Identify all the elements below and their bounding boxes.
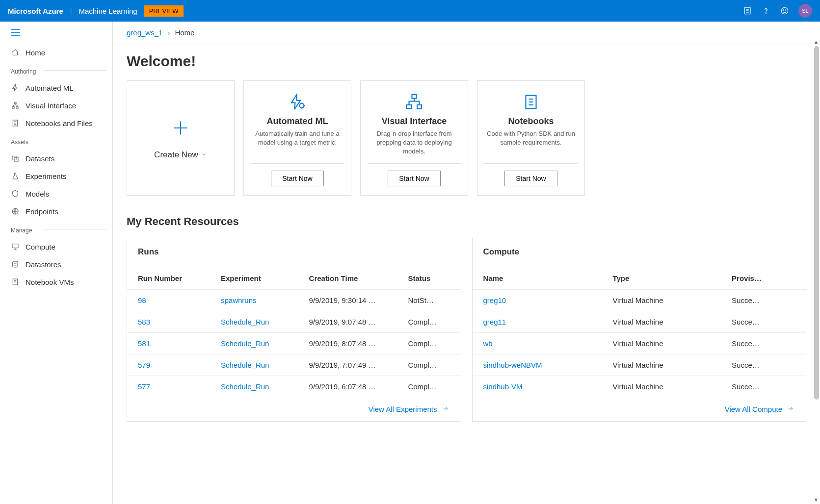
run-status: Compl… — [397, 354, 460, 376]
compute-type: Virtual Machine — [602, 289, 721, 311]
table-row: greg11Virtual MachineSucce… — [473, 311, 806, 332]
compute-col-type[interactable]: Type — [602, 266, 721, 290]
main: greg_ws_1 › Home Welcome! Create New — [113, 22, 820, 504]
card-desc: Drag-n-drop interface from prepping data… — [368, 129, 461, 156]
run-number-link[interactable]: 579 — [138, 361, 150, 369]
chevron-right-icon: › — [167, 28, 170, 37]
topbar: Microsoft Azure | Machine Learning PREVI… — [0, 0, 820, 22]
sidebar-item-datastores[interactable]: Datastores — [0, 255, 112, 273]
notebook-icon — [11, 119, 20, 127]
datastores-icon — [11, 260, 20, 269]
sidebar-item-label: Experiments — [26, 172, 66, 180]
table-row: 579Schedule_Run9/9/2019, 7:07:49 …Compl… — [127, 354, 461, 376]
sidebar-item-experiments[interactable]: Experiments — [0, 167, 112, 185]
sidebar-item-home[interactable]: Home — [0, 44, 112, 61]
notebooks-card: Notebooks Code with Python SDK and run s… — [477, 80, 585, 196]
visual-icon — [405, 92, 423, 112]
experiment-link[interactable]: spawnruns — [221, 296, 257, 304]
view-all-experiments-link[interactable]: View All Experiments — [369, 405, 450, 413]
sidebar-item-label: Datasets — [26, 154, 54, 163]
hamburger-icon[interactable] — [0, 28, 112, 44]
chevron-down-icon — [201, 150, 207, 160]
sidebar-item-models[interactable]: Models — [0, 185, 112, 202]
run-number-link[interactable]: 583 — [138, 318, 150, 326]
compute-col-prov[interactable]: Provis… — [721, 266, 806, 290]
page-title: Welcome! — [127, 53, 806, 70]
compute-name-link[interactable]: sindhub-VM — [483, 382, 523, 391]
compute-col-name[interactable]: Name — [473, 266, 602, 290]
scroll-down-icon[interactable]: ▼ — [813, 497, 819, 503]
directory-icon[interactable] — [742, 6, 752, 16]
visual-start-button[interactable]: Start Now — [388, 171, 440, 186]
runs-col-time[interactable]: Creation Time — [298, 266, 397, 290]
sidebar-item-label: Automated ML — [26, 84, 74, 92]
compute-name-link[interactable]: wb — [483, 339, 493, 348]
sidebar-item-label: Notebooks and Files — [26, 119, 93, 127]
automl-card: Automated ML Automatically train and tun… — [243, 80, 351, 196]
automl-start-button[interactable]: Start Now — [271, 171, 323, 186]
compute-prov: Succe… — [721, 332, 806, 354]
runs-col-num[interactable]: Run Number — [127, 266, 210, 290]
runs-col-status[interactable]: Status — [397, 266, 460, 290]
table-row: 98spawnruns9/9/2019, 9:30:14 …NotSt… — [127, 289, 461, 311]
brand-title[interactable]: Microsoft Azure — [8, 7, 63, 15]
runs-panel: Runs Run Number Experiment Creation Time… — [127, 238, 461, 422]
svg-rect-21 — [12, 244, 18, 248]
view-all-compute-link[interactable]: View All Compute — [725, 405, 795, 413]
table-row: greg10Virtual MachineSucce… — [473, 289, 806, 311]
svg-point-24 — [13, 261, 18, 263]
preview-badge: PREVIEW — [144, 5, 184, 17]
card-desc: Code with Python SDK and run sample requ… — [484, 129, 578, 156]
run-time: 9/9/2019, 8:07:48 … — [298, 332, 397, 354]
sidebar-item-notebookvms[interactable]: Notebook VMs — [0, 273, 112, 291]
compute-name-link[interactable]: sindhub-weNBVM — [483, 361, 542, 369]
scroll-up-icon[interactable]: ▲ — [813, 39, 819, 45]
sidebar-item-notebooks[interactable]: Notebooks and Files — [0, 114, 112, 132]
run-time: 9/9/2019, 6:07:48 … — [298, 376, 397, 397]
svg-rect-32 — [407, 105, 411, 109]
run-status: Compl… — [397, 311, 460, 332]
sidebar-section-assets: Assets — [0, 132, 112, 150]
visual-icon — [11, 101, 20, 110]
automl-icon — [11, 83, 20, 92]
datasets-icon — [11, 154, 20, 163]
notebooks-start-button[interactable]: Start Now — [504, 171, 557, 186]
svg-rect-11 — [14, 102, 16, 103]
compute-panel-header: Compute — [473, 238, 806, 266]
service-name[interactable]: Machine Learning — [79, 7, 137, 15]
experiment-link[interactable]: Schedule_Run — [221, 382, 269, 391]
table-row: wbVirtual MachineSucce… — [473, 332, 806, 354]
experiment-link[interactable]: Schedule_Run — [221, 339, 269, 348]
card-title: Notebooks — [508, 116, 554, 126]
sidebar-item-compute[interactable]: Compute — [0, 238, 112, 255]
run-time: 9/9/2019, 9:30:14 … — [298, 289, 397, 311]
feedback-icon[interactable] — [780, 6, 790, 16]
sidebar-item-datasets[interactable]: Datasets — [0, 150, 112, 167]
sidebar-item-automl[interactable]: Automated ML — [0, 79, 112, 97]
experiment-link[interactable]: Schedule_Run — [221, 361, 269, 369]
help-icon[interactable] — [761, 6, 771, 16]
sidebar-item-label: Home — [26, 49, 45, 57]
sidebar-item-visual[interactable]: Visual Interface — [0, 97, 112, 114]
compute-name-link[interactable]: greg10 — [483, 296, 506, 304]
run-number-link[interactable]: 581 — [138, 339, 150, 348]
avatar[interactable]: SL — [798, 4, 812, 18]
sidebar-item-label: Compute — [26, 243, 55, 251]
create-new-card[interactable]: Create New — [127, 80, 235, 196]
card-title: Automated ML — [267, 116, 328, 126]
breadcrumb: greg_ws_1 › Home — [113, 22, 820, 44]
run-number-link[interactable]: 577 — [138, 382, 150, 391]
runs-col-exp[interactable]: Experiment — [210, 266, 298, 290]
scrollbar[interactable] — [814, 46, 819, 499]
notebookvms-icon — [11, 277, 20, 286]
sidebar-section-manage: Manage — [0, 220, 112, 238]
compute-name-link[interactable]: greg11 — [483, 318, 506, 326]
visual-card: Visual Interface Drag-n-drop interface f… — [360, 80, 468, 196]
sidebar-section-authoring: Authoring — [0, 61, 112, 79]
card-title: Visual Interface — [382, 116, 447, 126]
sidebar-item-endpoints[interactable]: Endpoints — [0, 202, 112, 220]
run-status: Compl… — [397, 376, 460, 397]
breadcrumb-workspace-link[interactable]: greg_ws_1 — [127, 28, 162, 37]
experiment-link[interactable]: Schedule_Run — [221, 318, 269, 326]
run-number-link[interactable]: 98 — [138, 296, 146, 304]
